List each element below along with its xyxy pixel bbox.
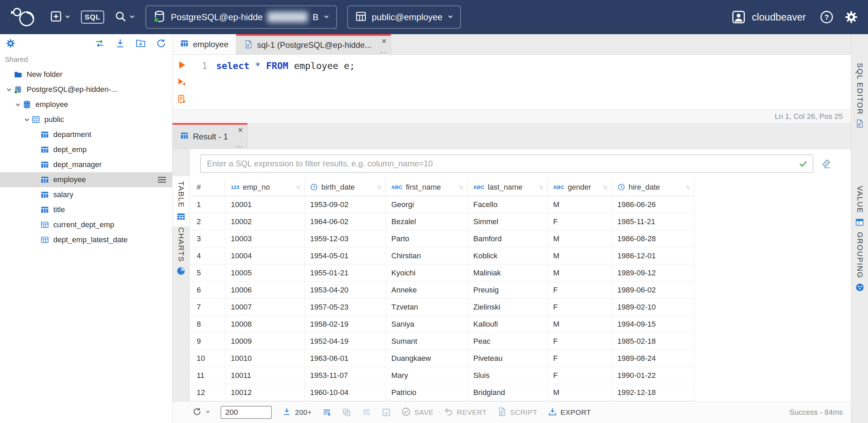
data-cell[interactable]: 10007 (225, 299, 305, 316)
data-cell[interactable]: 1989-09-12 (612, 264, 695, 282)
column-header[interactable]: 123 emp_no ↑↓ (225, 178, 305, 196)
vertical-tab-sql-editor[interactable]: SQL EDITOR (851, 58, 868, 133)
data-cell[interactable]: F (548, 282, 612, 299)
tree-item[interactable]: dept_emp (0, 142, 172, 157)
row-number-cell[interactable]: 7 (191, 299, 225, 316)
row-number-cell[interactable]: 2 (191, 213, 225, 230)
item-menu-icon[interactable] (157, 176, 167, 183)
expander-icon[interactable] (14, 100, 22, 109)
help-icon[interactable]: ? (820, 10, 834, 24)
tree-item[interactable]: New folder (0, 67, 172, 82)
sql-code-editor[interactable]: select * FROM employee e; (216, 55, 851, 109)
vertical-tab-value[interactable]: VALUE (851, 181, 868, 232)
vertical-tab-table[interactable]: TABLE (172, 176, 190, 226)
expander-icon[interactable] (31, 161, 40, 169)
edit-cell-button[interactable] (381, 408, 391, 417)
export-button[interactable]: EXPORT (548, 407, 591, 418)
tree-item[interactable]: salary (0, 187, 172, 202)
settings-gear-icon[interactable] (844, 10, 858, 24)
data-cell[interactable]: Duangkaew (386, 350, 468, 367)
data-cell[interactable]: Peac (468, 333, 548, 350)
row-number-cell[interactable]: 12 (191, 384, 225, 401)
data-cell[interactable]: 1953-11-07 (305, 367, 386, 384)
data-cell[interactable]: 1986-06-26 (612, 196, 695, 213)
data-cell[interactable]: 1959-12-03 (305, 230, 386, 247)
data-cell[interactable]: 10008 (225, 316, 305, 333)
data-cell[interactable]: Tzvetan (386, 299, 468, 316)
row-number-cell[interactable]: 8 (191, 316, 225, 333)
connection-selector[interactable]: PostgreSQL@ep-hidde B (145, 5, 337, 29)
add-folder-icon[interactable] (135, 38, 146, 49)
tree-item[interactable]: department (0, 127, 172, 142)
data-cell[interactable]: Mary (386, 367, 468, 384)
data-cell[interactable]: 10006 (225, 282, 305, 299)
expander-icon[interactable] (31, 221, 40, 229)
data-cell[interactable]: 1958-02-19 (305, 316, 386, 333)
data-cell[interactable]: Georgi (386, 196, 468, 213)
data-cell[interactable]: 1953-04-20 (305, 282, 386, 299)
data-cell[interactable]: M (548, 247, 612, 264)
close-tab-icon[interactable]: × (238, 125, 243, 134)
revert-button[interactable]: REVERT (444, 407, 487, 418)
collapse-all-icon[interactable] (115, 38, 126, 49)
data-cell[interactable]: Preusig (468, 282, 548, 299)
execute-query-button[interactable] (177, 60, 187, 70)
data-cell[interactable]: 1986-12-01 (612, 247, 695, 264)
column-header[interactable]: # (191, 178, 225, 196)
editor-tab-1[interactable]: employee (172, 34, 236, 54)
row-number-cell[interactable]: 1 (191, 196, 225, 213)
data-cell[interactable]: M (548, 230, 612, 247)
row-number-cell[interactable]: 4 (191, 247, 225, 264)
data-cell[interactable]: 10001 (225, 196, 305, 213)
data-cell[interactable]: 1990-01-22 (612, 367, 695, 384)
sort-icon[interactable]: ↑↓ (686, 184, 691, 191)
data-cell[interactable]: Simmel (468, 213, 548, 230)
data-cell[interactable]: 10009 (225, 333, 305, 350)
refresh-results-button[interactable] (192, 407, 210, 418)
data-cell[interactable]: Parto (386, 230, 468, 247)
data-cell[interactable]: 1960-10-04 (305, 384, 386, 401)
navigator-settings-gear-icon[interactable] (5, 38, 16, 49)
vertical-tab-charts[interactable]: CHARTS (172, 222, 190, 281)
data-cell[interactable]: Saniya (386, 316, 468, 333)
data-cell[interactable]: 1992-12-18 (612, 384, 695, 401)
expander-icon[interactable] (23, 115, 31, 124)
data-cell[interactable]: 10005 (225, 264, 305, 282)
data-cell[interactable]: M (548, 384, 612, 401)
tree-item[interactable]: employee (0, 172, 172, 187)
data-cell[interactable]: Chirstian (386, 247, 468, 264)
apply-filter-icon[interactable] (798, 159, 808, 170)
fetch-more-button[interactable]: 200+ (282, 407, 312, 418)
add-row-button[interactable] (322, 408, 332, 417)
duplicate-row-button[interactable] (342, 408, 351, 417)
new-sql-editor-button[interactable]: SQL (81, 11, 104, 24)
editor-tab-2[interactable]: sql-1 (PostgreSQL@ep-hidde... × … (236, 34, 391, 54)
data-cell[interactable]: 1985-02-18 (612, 333, 695, 350)
data-cell[interactable]: 1952-04-19 (305, 333, 386, 350)
tab-menu-icon[interactable]: … (236, 141, 243, 149)
data-cell[interactable]: 1964-06-02 (305, 213, 386, 230)
data-cell[interactable]: 1985-11-21 (612, 213, 695, 230)
data-cell[interactable]: Kyoichi (386, 264, 468, 282)
new-connection-button[interactable] (50, 10, 71, 24)
filter-input[interactable] (200, 154, 813, 173)
expander-icon[interactable] (31, 176, 40, 184)
data-cell[interactable]: Bamford (468, 230, 548, 247)
sort-icon[interactable]: ↑↓ (459, 184, 464, 191)
tree-item[interactable]: current_dept_emp (0, 217, 172, 232)
data-cell[interactable]: 1986-08-28 (612, 230, 695, 247)
delete-row-button[interactable] (362, 408, 371, 417)
data-cell[interactable]: 10004 (225, 247, 305, 264)
tree-item[interactable]: public (0, 112, 172, 127)
tree-item[interactable]: dept_emp_latest_date (0, 232, 172, 247)
data-cell[interactable]: Sluis (468, 367, 548, 384)
expander-icon[interactable] (31, 236, 40, 244)
data-cell[interactable]: Patricio (386, 384, 468, 401)
data-cell[interactable]: 10011 (225, 367, 305, 384)
execute-script-button[interactable] (177, 94, 187, 104)
tree-item[interactable]: PostgreSQL@ep-hidden-... (0, 82, 172, 97)
data-cell[interactable]: Maliniak (468, 264, 548, 282)
data-cell[interactable]: F (548, 350, 612, 367)
column-header[interactable]: hire_date ↑↓ (612, 178, 695, 196)
expander-icon[interactable] (31, 191, 40, 199)
